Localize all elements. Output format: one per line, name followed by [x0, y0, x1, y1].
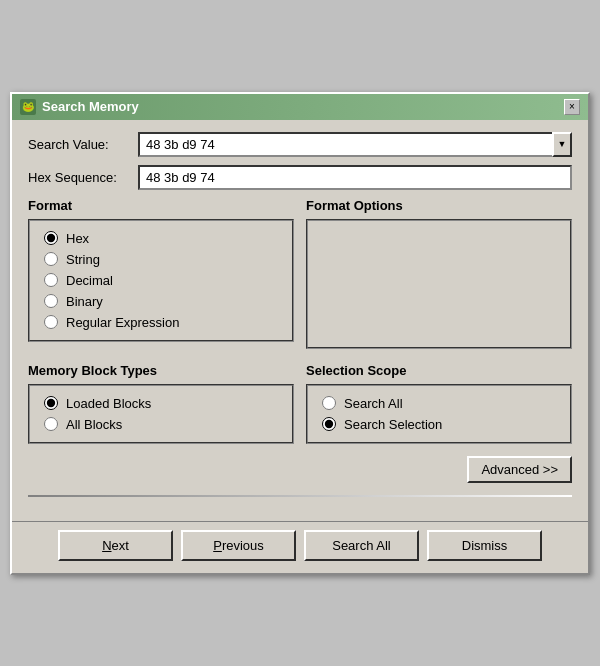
search-value-row: Search Value: ▼ — [28, 132, 572, 157]
memory-block-types-panel: Memory Block Types Loaded Blocks All Blo… — [28, 363, 294, 444]
search-value-dropdown-btn[interactable]: ▼ — [552, 132, 572, 157]
format-options-title: Format Options — [306, 198, 572, 213]
title-bar: 🐸 Search Memory × — [12, 94, 588, 120]
next-button[interactable]: Next — [58, 530, 173, 561]
memory-block-types-box: Loaded Blocks All Blocks — [28, 384, 294, 444]
advanced-button[interactable]: Advanced >> — [467, 456, 572, 483]
format-options-box — [306, 219, 572, 349]
memory-block-types-title: Memory Block Types — [28, 363, 294, 378]
bottom-panels: Memory Block Types Loaded Blocks All Blo… — [28, 363, 572, 444]
format-option-decimal[interactable]: Decimal — [44, 273, 278, 288]
dismiss-button[interactable]: Dismiss — [427, 530, 542, 561]
hex-sequence-label: Hex Sequence: — [28, 170, 138, 185]
memory-block-radio-group: Loaded Blocks All Blocks — [44, 396, 278, 432]
format-options-panel: Format Options — [306, 198, 572, 349]
format-label-string: String — [66, 252, 100, 267]
memory-block-label-loaded: Loaded Blocks — [66, 396, 151, 411]
next-label: Next — [102, 538, 129, 553]
memory-block-radio-all[interactable] — [44, 417, 58, 431]
selection-scope-option-selection[interactable]: Search Selection — [322, 417, 556, 432]
format-radio-group: Hex String Decimal Binary — [44, 231, 278, 330]
format-label-regex: Regular Expression — [66, 315, 179, 330]
format-radio-regex[interactable] — [44, 315, 58, 329]
memory-block-radio-loaded[interactable] — [44, 396, 58, 410]
search-value-label: Search Value: — [28, 137, 138, 152]
format-radio-string[interactable] — [44, 252, 58, 266]
memory-block-option-loaded[interactable]: Loaded Blocks — [44, 396, 278, 411]
format-box: Hex String Decimal Binary — [28, 219, 294, 342]
format-radio-decimal[interactable] — [44, 273, 58, 287]
content-area: Search Value: ▼ Hex Sequence: 48 3b d9 7… — [12, 120, 588, 521]
separator — [28, 495, 572, 497]
previous-button[interactable]: Previous — [181, 530, 296, 561]
selection-scope-option-all[interactable]: Search All — [322, 396, 556, 411]
format-title: Format — [28, 198, 294, 213]
footer: Next Previous Search All Dismiss — [12, 521, 588, 573]
search-value-input[interactable] — [138, 132, 552, 157]
format-option-binary[interactable]: Binary — [44, 294, 278, 309]
top-panels: Format Hex String Decimal — [28, 198, 572, 349]
format-label-decimal: Decimal — [66, 273, 113, 288]
selection-scope-label-all: Search All — [344, 396, 403, 411]
selection-scope-radio-selection[interactable] — [322, 417, 336, 431]
search-memory-window: 🐸 Search Memory × Search Value: ▼ Hex Se… — [10, 92, 590, 575]
search-value-input-wrapper: ▼ — [138, 132, 572, 157]
selection-scope-title: Selection Scope — [306, 363, 572, 378]
hex-sequence-row: Hex Sequence: 48 3b d9 74 — [28, 165, 572, 190]
format-panel: Format Hex String Decimal — [28, 198, 294, 349]
selection-scope-label-selection: Search Selection — [344, 417, 442, 432]
advanced-row: Advanced >> — [28, 456, 572, 483]
memory-block-label-all: All Blocks — [66, 417, 122, 432]
format-option-regex[interactable]: Regular Expression — [44, 315, 278, 330]
window-title: Search Memory — [42, 99, 139, 114]
selection-scope-box: Search All Search Selection — [306, 384, 572, 444]
search-all-button[interactable]: Search All — [304, 530, 419, 561]
selection-scope-panel: Selection Scope Search All Search Select… — [306, 363, 572, 444]
memory-block-option-all[interactable]: All Blocks — [44, 417, 278, 432]
search-all-label: Search All — [332, 538, 391, 553]
app-icon: 🐸 — [20, 99, 36, 115]
format-label-binary: Binary — [66, 294, 103, 309]
dismiss-label: Dismiss — [462, 538, 508, 553]
selection-scope-radio-group: Search All Search Selection — [322, 396, 556, 432]
selection-scope-radio-all[interactable] — [322, 396, 336, 410]
format-label-hex: Hex — [66, 231, 89, 246]
format-radio-binary[interactable] — [44, 294, 58, 308]
previous-label: Previous — [213, 538, 264, 553]
format-option-hex[interactable]: Hex — [44, 231, 278, 246]
format-radio-hex[interactable] — [44, 231, 58, 245]
title-bar-left: 🐸 Search Memory — [20, 99, 139, 115]
format-option-string[interactable]: String — [44, 252, 278, 267]
hex-sequence-value: 48 3b d9 74 — [138, 165, 572, 190]
close-button[interactable]: × — [564, 99, 580, 115]
